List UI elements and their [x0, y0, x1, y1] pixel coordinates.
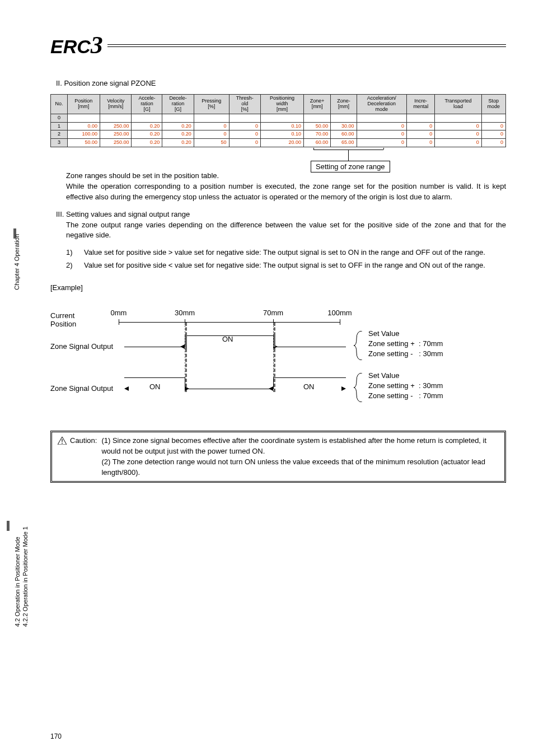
th-velocity: Velocity[mm/s] — [100, 95, 132, 114]
table-row: 1 0.00 250.00 0.20 0.20 0 0 0.10 50.00 3… — [51, 122, 506, 130]
logo-text: ERC3 — [50, 31, 103, 59]
callout: Setting of zone range — [50, 150, 506, 171]
on-label: ON — [149, 382, 161, 391]
set-value-2: Set Value Zone setting + : 30mm Zone set… — [368, 371, 443, 402]
caution-body: (1) Since zone signal becomes effective … — [99, 436, 499, 478]
th-accdec-mode: Acceleration/Decelerationmode — [357, 95, 406, 114]
paragraph-2: The zone output range varies depending o… — [66, 220, 506, 241]
tick-70mm: 70mm — [263, 309, 283, 317]
sidebar-section: 4.2 Operation in Positioner Mode 4.2.2 O… — [7, 526, 24, 678]
page-number: 170 — [50, 732, 62, 740]
tick-100mm: 100mm — [327, 309, 352, 317]
th-pressing: Pressing[%] — [194, 95, 229, 114]
svg-point-1 — [62, 442, 63, 444]
table-row: 3 50.00 250.00 0.20 0.20 50 0 20.00 60.0… — [51, 139, 506, 147]
on-label: ON — [222, 335, 233, 343]
zone-signal-output-label-2: Zone Signal Output — [50, 384, 113, 393]
callout-box: Setting of zone range — [311, 161, 390, 172]
th-decel: Decele-ration[G] — [162, 95, 194, 114]
brace-1 — [354, 331, 365, 360]
caution-label: Caution: — [70, 436, 97, 446]
th-accel: Accele-ration[G] — [132, 95, 162, 114]
page: ERC3 II. Position zone signal PZONE No. … — [0, 0, 534, 756]
th-stop: Stopmode — [481, 95, 505, 114]
set-value-1: Set Value Zone setting + : 70mm Zone set… — [368, 329, 443, 360]
tick-0mm: 0mm — [111, 309, 127, 317]
numbered-list: 1) Value set for positive side > value s… — [66, 248, 506, 271]
zone-signal-output-label-1: Zone Signal Output — [50, 342, 113, 351]
th-no: No. — [51, 95, 68, 114]
row-no: 0 — [51, 114, 68, 122]
caution-box: Caution: (1) Since zone signal becomes e… — [50, 431, 506, 483]
tick-30mm: 30mm — [175, 309, 195, 317]
th-poswidth: Positioningwidth[mm] — [261, 95, 304, 114]
position-table: No. Position[mm] Velocity[mm/s] Accele-r… — [50, 94, 506, 147]
row-no: 2 — [51, 130, 68, 139]
row-no: 1 — [51, 122, 68, 130]
th-threshold: Thresh-old[%] — [229, 95, 260, 114]
on-label: ON — [303, 382, 315, 391]
header-row: ERC3 — [50, 31, 506, 59]
example-label: [Example] — [50, 283, 506, 292]
th-position: Position[mm] — [67, 95, 100, 114]
warning-icon — [58, 437, 67, 445]
paragraph-1: Zone ranges should be set in the positio… — [66, 171, 506, 203]
brace-2 — [354, 373, 365, 402]
list-item: 1) Value set for positive side > value s… — [66, 248, 506, 258]
section-ii-title: II. Position zone signal PZONE — [56, 79, 506, 87]
list-item: 2) Value set for positive side < value s… — [66, 260, 506, 271]
row-no: 3 — [51, 139, 68, 147]
table-row: 2 100.00 250.00 0.20 0.20 0 0 0.10 70.00… — [51, 130, 506, 139]
th-incremental: Incre-mental — [407, 95, 435, 114]
sidebar-chapter: Chapter 4 Operation — [13, 234, 22, 329]
th-transported: Transportedload — [435, 95, 481, 114]
header-rule — [107, 44, 506, 46]
timing-diagram: Current Position 0mm 30mm 70mm 100mm Zon… — [50, 297, 506, 415]
th-zone-plus: Zone+[mm] — [303, 95, 330, 114]
th-zone-minus: Zone-[mm] — [331, 95, 357, 114]
table-row: 0 — [51, 114, 506, 122]
current-position-label: Current Position — [50, 311, 76, 328]
section-iii-title: III. Setting values and signal output ra… — [56, 209, 506, 220]
